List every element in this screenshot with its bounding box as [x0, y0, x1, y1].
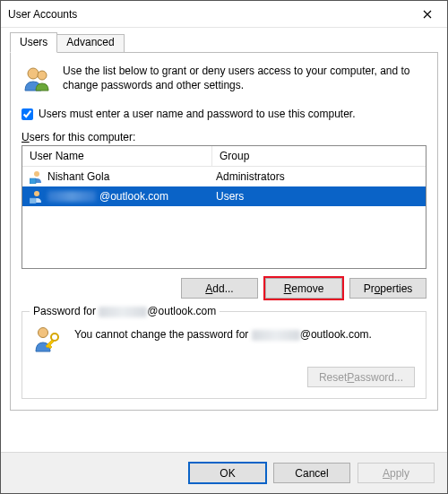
password-text: You cannot change the password for @outl…	[74, 325, 372, 341]
svg-rect-5	[30, 198, 36, 204]
user-icon	[30, 189, 44, 204]
ok-button[interactable]: OK	[189, 463, 266, 483]
users-icon	[22, 64, 54, 97]
dialog-button-bar: OK Cancel Apply	[1, 452, 447, 493]
tab-strip: Users Advanced	[1, 31, 447, 53]
redacted-text	[99, 307, 147, 317]
svg-point-2	[34, 171, 39, 177]
cancel-button[interactable]: Cancel	[273, 463, 350, 483]
column-header-name[interactable]: User Name	[22, 146, 212, 166]
svg-point-0	[28, 68, 39, 79]
svg-point-6	[39, 328, 48, 338]
require-password-checkbox[interactable]	[22, 108, 33, 120]
remove-button[interactable]: Remove	[265, 278, 342, 299]
users-list-header: User Name Group	[22, 146, 426, 167]
column-header-group[interactable]: Group	[212, 146, 426, 166]
table-row[interactable]: Nishant Gola Administrators	[22, 167, 426, 186]
window-title: User Accounts	[8, 8, 408, 21]
intro-row: Use the list below to grant or deny user…	[22, 64, 426, 97]
close-icon	[423, 10, 432, 19]
user-name-cell: Nishant Gola	[47, 170, 109, 183]
title-bar: User Accounts	[1, 1, 447, 28]
tab-panel-users: Use the list below to grant or deny user…	[10, 53, 438, 411]
user-name-cell: @outlook.com	[99, 190, 168, 203]
properties-button[interactable]: Properties	[349, 278, 426, 299]
reset-password-button: Reset Password...	[307, 367, 415, 387]
intro-text: Use the list below to grant or deny user…	[63, 64, 426, 92]
require-password-row: Users must enter a user name and passwor…	[22, 108, 426, 120]
apply-button: Apply	[358, 463, 435, 483]
svg-rect-3	[30, 178, 36, 184]
password-section-legend: Password for @outlook.com	[30, 305, 220, 317]
users-list[interactable]: User Name Group Nishant Gola Administrat…	[22, 145, 426, 269]
users-list-label: Users for this computer:	[22, 131, 426, 143]
tab-advanced[interactable]: Advanced	[56, 34, 124, 53]
user-group-cell: Administrators	[212, 169, 422, 184]
user-icon	[30, 169, 44, 184]
tab-users[interactable]: Users	[10, 32, 57, 53]
user-buttons-row: Add... Remove Properties	[22, 278, 426, 299]
redacted-text	[47, 191, 96, 202]
svg-point-1	[38, 71, 47, 80]
require-password-label: Users must enter a user name and passwor…	[39, 108, 356, 120]
svg-point-4	[34, 191, 39, 196]
redacted-text	[252, 330, 300, 341]
password-section: Password for @outlook.com You cannot cha…	[22, 311, 426, 399]
close-button[interactable]	[408, 1, 447, 27]
add-button[interactable]: Add...	[181, 278, 258, 299]
key-icon	[33, 325, 65, 358]
table-row[interactable]: @outlook.com Users	[22, 186, 426, 206]
user-group-cell: Users	[212, 189, 422, 204]
